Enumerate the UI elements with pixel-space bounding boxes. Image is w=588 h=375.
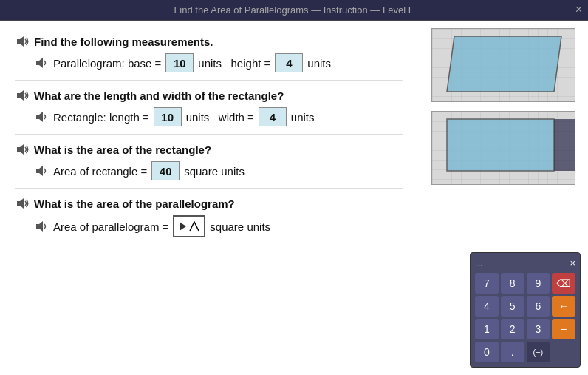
speaker-icon-3[interactable] <box>15 142 30 157</box>
svg-marker-6 <box>17 198 24 209</box>
speaker-icon-1[interactable] <box>15 34 30 49</box>
svg-marker-15 <box>554 119 575 171</box>
calc-btn-minus[interactable]: − <box>552 319 575 339</box>
header-title: Find the Area of Parallelograms — Instru… <box>174 4 414 16</box>
question-1-text: Find the following measurements. <box>34 36 213 48</box>
speaker-icon-3b[interactable] <box>34 163 49 178</box>
question-row-1: Find the following measurements. <box>15 34 403 49</box>
question-2-text: What are the length and width of the rec… <box>34 89 284 102</box>
calc-btn-dot[interactable]: . <box>501 342 524 362</box>
area-rect-label: Area of rectangle = <box>53 165 147 178</box>
calc-btn-4[interactable]: 4 <box>475 296 499 317</box>
rectangle-diagram <box>431 111 575 185</box>
cursor-icon <box>179 221 189 232</box>
length-value: 10 <box>154 107 182 126</box>
parallelogram-diagram <box>431 28 575 102</box>
calc-btn-5[interactable]: 5 <box>501 296 524 317</box>
answer-row-3: Area of rectangle = 40 square units <box>34 161 403 180</box>
calc-btn-6[interactable]: 6 <box>527 296 550 317</box>
calc-header: ... × <box>475 257 575 268</box>
calculator: ... × 7 8 9 ⌫ 4 5 6 ← 1 2 3 − 0 . (−) <box>470 252 581 368</box>
units-label-2: units <box>291 111 315 124</box>
length-label: Rectangle: length = <box>53 111 149 124</box>
speaker-icon-1b[interactable] <box>34 55 49 70</box>
left-panel: Find the following measurements. Paralle… <box>0 21 418 375</box>
area-rect-value: 40 <box>151 161 180 180</box>
answer-row-2: Rectangle: length = 10 units width = 4 u… <box>34 107 403 126</box>
units-width-label: units width = <box>186 111 254 124</box>
calc-btn-9[interactable]: 9 <box>527 273 550 294</box>
svg-marker-3 <box>36 112 43 122</box>
square-units-label-4: square units <box>210 220 270 233</box>
units-label-1: units <box>307 57 331 70</box>
height-value: 4 <box>275 53 303 72</box>
section-3: What is the area of the rectangle? Area … <box>15 142 403 189</box>
calc-btn-0[interactable]: 0 <box>475 342 499 362</box>
base-label: Parallelogram: base = <box>53 57 161 70</box>
calc-btn-2[interactable]: 2 <box>501 319 524 339</box>
question-row-3: What is the area of the rectangle? <box>15 142 403 157</box>
answer-row-4: Area of parallelogram = square units <box>34 215 403 237</box>
header-bar: Find the Area of Parallelograms — Instru… <box>0 0 588 21</box>
question-3-text: What is the area of the rectangle? <box>34 143 211 156</box>
svg-marker-11 <box>447 36 561 92</box>
svg-rect-14 <box>447 119 554 171</box>
width-value: 4 <box>259 107 287 126</box>
section-1: Find the following measurements. Paralle… <box>15 34 403 81</box>
calc-grid: 7 8 9 ⌫ 4 5 6 ← 1 2 3 − 0 . (−) <box>475 273 575 362</box>
calc-btn-8[interactable]: 8 <box>501 273 524 294</box>
rectangle-svg <box>432 112 575 185</box>
calc-btn-1[interactable]: 1 <box>475 319 499 339</box>
calc-btn-backspace[interactable]: ⌫ <box>552 273 575 294</box>
section-2: What are the length and width of the rec… <box>15 88 403 135</box>
svg-marker-4 <box>17 144 24 155</box>
calc-btn-left-arrow[interactable]: ← <box>552 296 575 317</box>
svg-marker-5 <box>36 166 43 176</box>
speaker-icon-4b[interactable] <box>34 219 49 234</box>
calc-btn-3[interactable]: 3 <box>527 319 550 339</box>
question-row-2: What are the length and width of the rec… <box>15 88 403 103</box>
speaker-icon-2b[interactable] <box>34 109 49 124</box>
parallelogram-svg <box>432 29 575 102</box>
area-para-input[interactable] <box>173 215 205 237</box>
units-height-label: units height = <box>198 57 270 70</box>
area-para-label: Area of parallelogram = <box>53 220 168 233</box>
speaker-icon-2[interactable] <box>15 88 30 103</box>
answer-row-1: Parallelogram: base = 10 units height = … <box>34 53 403 72</box>
svg-marker-7 <box>36 221 43 232</box>
calc-btn-negative[interactable]: (−) <box>527 342 550 362</box>
svg-marker-0 <box>17 36 24 47</box>
calc-dots: ... <box>475 258 482 268</box>
svg-marker-2 <box>17 90 24 101</box>
svg-marker-1 <box>36 58 43 68</box>
question-4-text: What is the area of the parallelogram? <box>34 197 235 210</box>
calc-close-button[interactable]: × <box>570 257 575 268</box>
base-value: 10 <box>165 53 194 72</box>
speaker-icon-4[interactable] <box>15 196 30 211</box>
square-units-label-3: square units <box>184 165 245 178</box>
calc-btn-7[interactable]: 7 <box>475 273 499 294</box>
header-close-button[interactable]: × <box>575 3 582 16</box>
section-4: What is the area of the parallelogram? A… <box>15 196 403 245</box>
question-row-4: What is the area of the parallelogram? <box>15 196 403 211</box>
svg-marker-8 <box>180 222 186 231</box>
